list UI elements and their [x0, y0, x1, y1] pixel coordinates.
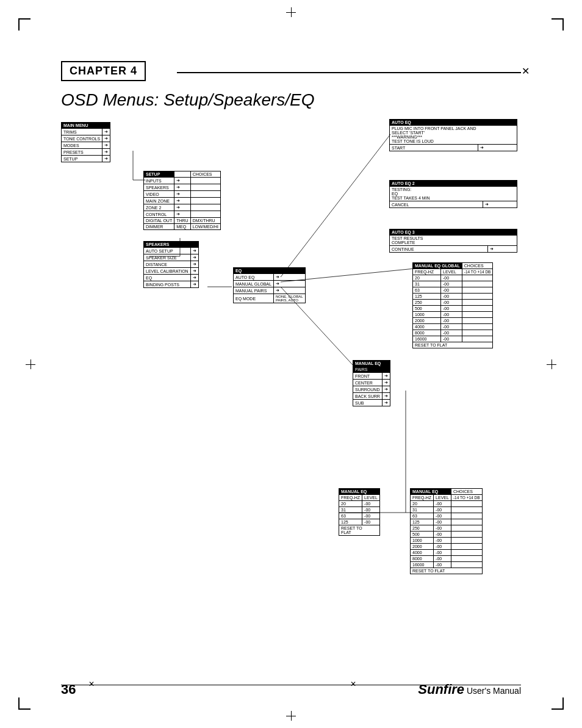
auto-eq1-table: AUTO EQ PLUG MIC INTO FRONT PANEL JACK A… — [389, 119, 517, 151]
manual-eq-global-table: MANUAL EQ GLOBAL CHOICES FREQ-HZ LEVEL -… — [412, 262, 493, 348]
auto-eq2-table: AUTO EQ 2 TESTING:EQTEST TAKES 4 MIN CAN… — [389, 180, 517, 208]
bottom-star-left: ✕ — [88, 680, 95, 688]
brand-name: Sunfire User's Manual — [418, 682, 521, 697]
brand-rest: User's Manual — [464, 686, 521, 696]
eq-menu-table: EQ AUTO EQ➜ MANUAL GLOBAL➜ MANUAL PAIRS➜… — [233, 267, 306, 303]
corner-tl — [18, 18, 31, 31]
manual-eq-pairs-table: MANUAL EQ PAIRS FRONT➜ CENTER➜ SURROUND➜… — [353, 360, 390, 406]
page-title: OSD Menus: Setup/Speakers/EQ — [61, 90, 315, 110]
page-number: 36 — [61, 682, 76, 697]
main-menu-table: MAIN MENU TRIMS➜ TONE CONTROLS➜ MODES➜ P… — [61, 122, 110, 162]
reg-mark-bottom — [286, 711, 296, 721]
reg-mark-right — [547, 359, 556, 369]
corner-bl — [18, 697, 31, 710]
speakers-menu-table: SPEAKERS AUTO SETUP➜ SPEAKER SIZE➜ DISTA… — [143, 241, 199, 288]
manual-eq-full-table: MANUAL EQ CHOICES FREQ-HZ LEVEL -14 TO +… — [410, 488, 483, 574]
corner-br — [551, 697, 564, 710]
svg-line-5 — [281, 134, 390, 277]
bottom-star-right: ✕ — [350, 680, 356, 688]
manual-eq-small-table: MANUAL EQ FREQ-HZLEVEL 20-00 31-00 63-00… — [339, 488, 380, 536]
reg-mark-left — [26, 359, 35, 369]
reg-mark-top — [286, 7, 296, 17]
chapter-star: ✕ — [522, 65, 530, 77]
chapter-label: CHAPTER 4 — [61, 61, 146, 81]
setup-menu-table: SETUP CHOICES INPUTS➜ SPEAKERS➜ VIDEO➜ M… — [143, 171, 221, 230]
auto-eq3-table: AUTO EQ 3 TEST RESULTSCOMPLETE CONTINUE➜ — [389, 229, 517, 253]
corner-tr — [551, 18, 564, 31]
chapter-line — [177, 72, 521, 73]
brand-italic: Sunfire — [418, 682, 464, 697]
